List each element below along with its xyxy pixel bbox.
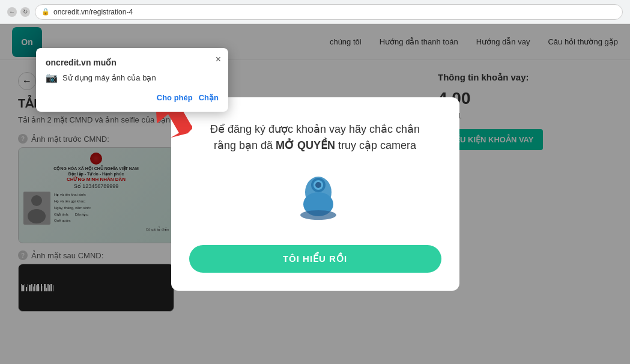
svg-point-8 [300, 210, 336, 220]
popup-site-name: oncredit.vn muốn [46, 58, 219, 67]
popup-camera-text: Sử dụng máy ảnh của bạn [62, 73, 156, 82]
url-text: oncredit.vn/registration-4 [53, 8, 133, 16]
allow-button[interactable]: Cho phép [157, 93, 193, 102]
page-background: On chúng tôi Hướng dẫn thanh toán Hướng … [0, 24, 630, 364]
popup-buttons: Cho phép Chặn [46, 93, 219, 102]
camera-graphic [285, 168, 345, 228]
permission-popup: × oncredit.vn muốn 📷 Sử dụng máy ảnh của… [36, 48, 228, 112]
popup-camera-row: 📷 Sử dụng máy ảnh của bạn [46, 72, 219, 83]
browser-controls: ← ↻ [7, 7, 30, 17]
camera-icon: 📷 [46, 72, 58, 83]
lock-icon: 🔒 [41, 8, 50, 16]
address-bar[interactable]: 🔒 oncredit.vn/registration-4 [35, 4, 623, 20]
confirm-button[interactable]: TÔI HIỂU RỒI [189, 245, 441, 273]
modal-bold-text: MỞ QUYỀN [276, 139, 335, 151]
block-button[interactable]: Chặn [199, 93, 219, 102]
popup-close-button[interactable]: × [216, 54, 221, 65]
svg-point-6 [315, 182, 321, 188]
browser-chrome: ← ↻ 🔒 oncredit.vn/registration-4 [0, 0, 630, 24]
modal-text: Để đăng ký được khoản vay hãy chắc chắn … [189, 121, 441, 154]
back-button[interactable]: ← [7, 7, 17, 17]
main-modal: Để đăng ký được khoản vay hãy chắc chắn … [171, 97, 459, 291]
reload-button[interactable]: ↻ [20, 7, 30, 17]
